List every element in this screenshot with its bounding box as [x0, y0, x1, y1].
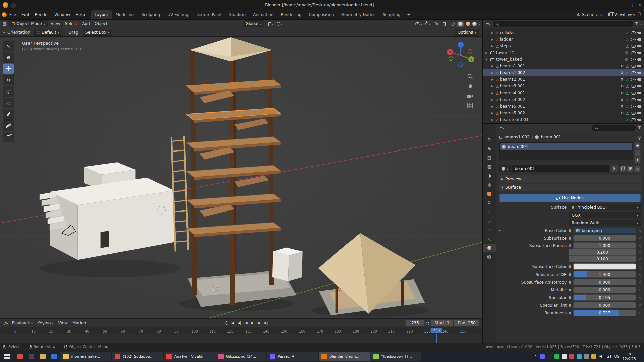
jump-to-start-button[interactable]: |◀: [229, 320, 235, 325]
outliner-search[interactable]: [493, 21, 633, 27]
add-slot-button[interactable]: +: [634, 142, 641, 149]
topbar-menu[interactable]: Window: [52, 11, 73, 18]
tool-button[interactable]: [3, 63, 14, 74]
shading-solid-active[interactable]: [457, 21, 464, 27]
language-indicator[interactable]: US: [614, 354, 619, 359]
decorator-dot[interactable]: [639, 237, 641, 239]
auto-keyframe-toggle[interactable]: [225, 321, 228, 325]
hide-eye-icon[interactable]: [631, 98, 636, 101]
hide-eye-icon[interactable]: [631, 71, 636, 74]
volume-icon[interactable]: [599, 354, 604, 358]
value-slider[interactable]: 0.727: [573, 310, 636, 316]
properties-tab[interactable]: [483, 180, 496, 189]
disable-render-icon[interactable]: [638, 38, 641, 41]
properties-tab[interactable]: [483, 198, 496, 207]
close-button[interactable]: ×: [638, 3, 641, 7]
tray-app-icon[interactable]: [547, 354, 552, 359]
workspace-tab[interactable]: Animation: [249, 10, 277, 19]
outliner-item-label[interactable]: ladder: [500, 37, 513, 42]
workspace-tab[interactable]: UV Editing: [164, 10, 192, 19]
outliner-item-label[interactable]: beams5.001: [500, 104, 525, 109]
decorator-dot[interactable]: [639, 281, 641, 283]
outliner-row[interactable]: steps: [483, 43, 644, 49]
decorator-dot[interactable]: [639, 304, 641, 306]
disable-render-icon[interactable]: [638, 65, 641, 67]
tool-button[interactable]: [3, 52, 14, 63]
taskbar-window-button[interactable]: AnaTwi - Vivaldi: [164, 352, 215, 361]
modifier-wrench-icon[interactable]: [620, 104, 624, 109]
outliner-filter-dropdown[interactable]: [640, 22, 642, 26]
filter-funnel-icon[interactable]: [635, 22, 639, 26]
properties-tab[interactable]: [483, 207, 496, 216]
outliner-row[interactable]: beams4.002: [483, 96, 644, 103]
navigation-gizmo[interactable]: Z X Y: [445, 40, 476, 71]
viewlayer-selector[interactable]: ViewLayer: [606, 11, 642, 18]
value-slider[interactable]: 0.000: [573, 279, 636, 285]
shading-wireframe-icon[interactable]: [451, 22, 455, 26]
tool-button[interactable]: [3, 132, 14, 142]
modifier-wrench-icon[interactable]: [620, 111, 624, 115]
next-keyframe-button[interactable]: |▶: [256, 320, 262, 325]
outliner-item-label[interactable]: beams1.002: [500, 70, 525, 75]
timeline-menu[interactable]: Playback: [10, 320, 35, 326]
tool-button[interactable]: [3, 120, 14, 131]
mesh-data-icon[interactable]: [626, 30, 629, 35]
properties-editor-icon[interactable]: ≡: [499, 126, 505, 130]
snap-dropdown[interactable]: [272, 21, 273, 26]
modifier-wrench-icon[interactable]: [620, 97, 624, 102]
hide-eye-icon[interactable]: [631, 45, 636, 48]
gizmo-x-label[interactable]: X: [449, 51, 451, 54]
outliner-item-label[interactable]: beams5.002: [500, 111, 525, 115]
decorator-dot[interactable]: [639, 251, 641, 253]
tool-button[interactable]: [3, 86, 14, 97]
scene-selector[interactable]: Scene ×: [574, 11, 605, 18]
image-field[interactable]: beam.png: [573, 227, 636, 234]
pinned-app-button[interactable]: [48, 351, 60, 362]
disable-render-icon[interactable]: [638, 58, 641, 61]
mesh-data-icon[interactable]: [626, 104, 629, 109]
outliner-row[interactable]: beams4.001: [483, 89, 644, 96]
expander-icon[interactable]: [491, 105, 495, 108]
expander-icon[interactable]: [491, 98, 495, 101]
properties-tab[interactable]: [483, 144, 496, 153]
properties-tab[interactable]: [483, 217, 496, 225]
material-name-field[interactable]: beam.001: [512, 165, 609, 172]
workspace-tab[interactable]: Shading: [225, 10, 249, 19]
outliner-row[interactable]: collider: [483, 29, 644, 36]
value-slider[interactable]: 0.000: [573, 287, 636, 293]
modifier-wrench-icon[interactable]: [620, 84, 624, 88]
taskbar-window-button[interactable]: Parsec: [267, 352, 318, 361]
hide-eye-icon[interactable]: [631, 51, 636, 54]
taskbar-window-button[interactable]: Blender [/hom...: [319, 352, 370, 361]
viewport-menu[interactable]: Object: [92, 20, 110, 27]
mesh-data-icon[interactable]: [626, 84, 629, 88]
editor-type-icon[interactable]: ▦: [2, 21, 8, 26]
gizmos-icon[interactable]: [425, 22, 428, 25]
outliner-row[interactable]: ladder: [483, 36, 644, 43]
expander-icon[interactable]: [491, 85, 495, 88]
options-dropdown[interactable]: Options: [455, 29, 479, 36]
collection-checkbox[interactable]: [625, 51, 629, 55]
expander-icon[interactable]: [491, 71, 495, 74]
fake-user-button[interactable]: [627, 166, 633, 172]
users-count-button[interactable]: 8: [610, 165, 619, 172]
expander-icon[interactable]: [491, 78, 495, 81]
shading-dropdown[interactable]: [479, 21, 480, 26]
white-cube-object[interactable]: [272, 247, 303, 281]
hide-eye-icon[interactable]: [631, 105, 636, 108]
outliner-item-label[interactable]: steps: [500, 44, 511, 48]
play-button[interactable]: ▶: [250, 320, 255, 325]
pin-icon[interactable]: [596, 14, 598, 16]
outliner-row[interactable]: beams3.001: [483, 83, 644, 89]
outliner-row[interactable]: tower_baked: [483, 56, 644, 63]
hide-eye-icon[interactable]: [631, 118, 636, 121]
mode-dropdown[interactable]: Object Mode: [9, 20, 48, 27]
value-field[interactable]: 0.100: [569, 256, 636, 262]
hide-eye-icon[interactable]: [631, 78, 636, 81]
topbar-menu[interactable]: File: [7, 11, 19, 18]
value-slider[interactable]: 0.000: [573, 235, 636, 241]
mesh-data-icon[interactable]: [626, 90, 629, 95]
decorator-dot[interactable]: [639, 230, 641, 232]
viewport-menu[interactable]: Select: [62, 20, 79, 27]
wooden-hut-object[interactable]: [318, 233, 425, 315]
